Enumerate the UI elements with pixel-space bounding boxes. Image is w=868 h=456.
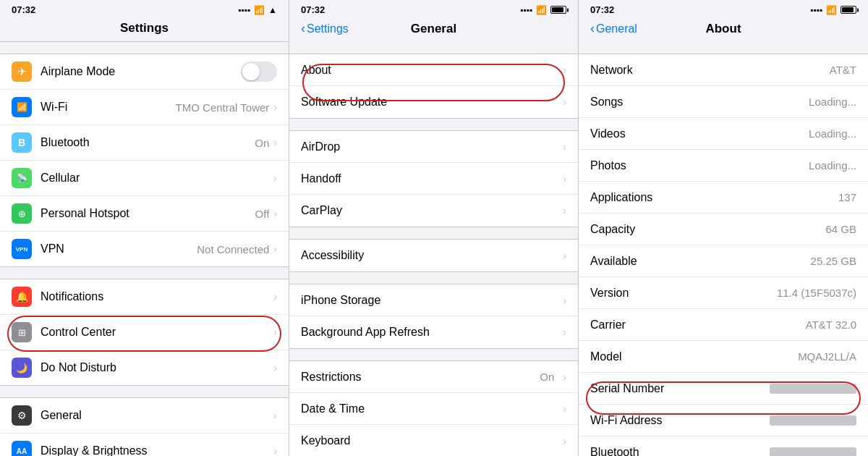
vpn-row[interactable]: VPN VPN Not Connected ›: [0, 232, 289, 266]
carrier-row: Carrier AT&T 32.0: [579, 309, 868, 341]
restrictions-chevron: ›: [563, 371, 566, 383]
general-icon: ⚙: [12, 405, 32, 426]
airdrop-label: AirDrop: [301, 140, 340, 153]
songs-value: Loading...: [809, 96, 856, 108]
general-section-2: AirDrop › Handoff › CarPlay ›: [289, 130, 578, 227]
panel-general: 07:32 ▪▪▪▪ 📶 ‹ Settings General About › …: [289, 0, 579, 456]
back-to-settings[interactable]: ‹ Settings: [301, 21, 349, 36]
settings-list: ✈ Airplane Mode 📶 Wi-Fi TMO Central Towe…: [0, 42, 289, 456]
general-list: About › Software Update › AirDrop › Hand…: [289, 42, 578, 456]
bluetooth-row: Bluetooth: [579, 436, 868, 456]
display-brightness-row[interactable]: AA Display & Brightness ›: [0, 434, 289, 456]
carplay-item[interactable]: CarPlay ›: [289, 195, 578, 227]
about-label: About: [301, 64, 331, 77]
accessibility-item[interactable]: Accessibility ›: [289, 240, 578, 271]
restrictions-label: Restrictions: [301, 371, 362, 384]
settings-group-2: 🔔 Notifications › ⊞ Control Center › 🌙 D…: [0, 279, 289, 386]
bluetooth-row[interactable]: B Bluetooth On ›: [0, 125, 289, 161]
available-value: 25.25 GB: [811, 255, 856, 267]
settings-title: Settings: [0, 18, 289, 42]
airplane-toggle[interactable]: [241, 62, 277, 82]
about-item[interactable]: About ›: [289, 54, 578, 86]
background-refresh-chevron: ›: [563, 326, 566, 338]
bluetooth-icon: B: [12, 132, 32, 153]
iphone-storage-item[interactable]: iPhone Storage ›: [289, 284, 578, 316]
carrier-value: AT&T 32.0: [806, 318, 856, 331]
software-update-chevron: ›: [563, 96, 566, 108]
airdrop-item[interactable]: AirDrop ›: [289, 131, 578, 163]
wifi-icon-3: 📶: [826, 5, 837, 15]
back-general-label: General: [596, 22, 637, 35]
restrictions-value: On: [540, 371, 554, 383]
videos-row: Videos Loading...: [579, 118, 868, 150]
handoff-item[interactable]: Handoff ›: [289, 163, 578, 195]
airdrop-chevron: ›: [563, 141, 566, 153]
background-refresh-item[interactable]: Background App Refresh ›: [289, 316, 578, 348]
time-3: 07:32: [590, 4, 614, 15]
back-to-general[interactable]: ‹ General: [590, 21, 637, 36]
general-section-4: iPhone Storage › Background App Refresh …: [289, 284, 578, 349]
back-label: Settings: [307, 22, 349, 35]
accessibility-chevron: ›: [563, 250, 566, 261]
carplay-label: CarPlay: [301, 204, 342, 217]
signal-icon-2: ▪▪▪▪: [520, 5, 532, 15]
network-value: AT&T: [830, 64, 856, 76]
airplane-label: Airplane Mode: [41, 65, 241, 78]
back-chevron-icon-2: ‹: [590, 21, 595, 36]
keyboard-item[interactable]: Keyboard ›: [289, 425, 578, 456]
battery-icon-3: [841, 6, 856, 14]
capacity-label: Capacity: [590, 223, 635, 236]
signal-icon-3: ▪▪▪▪: [810, 5, 822, 15]
settings-group-1: ✈ Airplane Mode 📶 Wi-Fi TMO Central Towe…: [0, 54, 289, 267]
hotspot-label: Personal Hotspot: [41, 207, 255, 220]
bluetooth-label: Bluetooth: [41, 136, 255, 149]
donotdisturb-row[interactable]: 🌙 Do Not Disturb ›: [0, 350, 289, 385]
datetime-item[interactable]: Date & Time ›: [289, 393, 578, 425]
version-label: Version: [590, 287, 629, 300]
panel-settings: 07:32 ▪▪▪▪ 📶 ▲ Settings ✈ Airplane Mode …: [0, 0, 289, 456]
wifi-icon-2: 📶: [536, 5, 547, 15]
available-label: Available: [590, 255, 637, 268]
about-title: About: [705, 22, 741, 36]
software-update-item[interactable]: Software Update ›: [289, 86, 578, 118]
cellular-row[interactable]: 📡 Cellular ›: [0, 161, 289, 196]
vpn-chevron: ›: [273, 243, 277, 255]
photos-row: Photos Loading...: [579, 150, 868, 182]
signal-bars-icon: ▪▪▪▪: [238, 5, 250, 15]
time-2: 07:32: [301, 4, 325, 15]
status-bar-3: 07:32 ▪▪▪▪ 📶: [579, 0, 868, 18]
software-update-label: Software Update: [301, 96, 387, 109]
donotdisturb-icon: 🌙: [12, 358, 32, 378]
status-bar-2: 07:32 ▪▪▪▪ 📶: [289, 0, 578, 18]
about-section: Network AT&T Songs Loading... Videos Loa…: [579, 54, 868, 456]
status-icons-2: ▪▪▪▪ 📶: [520, 5, 566, 15]
restrictions-item[interactable]: Restrictions On ›: [289, 361, 578, 393]
wifi-icon: 📶: [254, 5, 265, 15]
arrow-icon: ▲: [268, 5, 277, 15]
notifications-label: Notifications: [41, 290, 273, 303]
songs-label: Songs: [590, 96, 623, 109]
songs-row: Songs Loading...: [579, 86, 868, 118]
airplane-mode-row[interactable]: ✈ Airplane Mode: [0, 54, 289, 90]
bluetooth-redacted: [770, 447, 856, 457]
general-section-5: Restrictions On › Date & Time › Keyboard…: [289, 360, 578, 456]
model-label: Model: [590, 350, 622, 363]
control-center-row[interactable]: ⊞ Control Center ›: [0, 315, 289, 350]
bluetooth-chevron: ›: [273, 137, 277, 148]
notifications-chevron: ›: [273, 291, 277, 303]
serial-label: Serial Number: [590, 382, 664, 395]
capacity-value: 64 GB: [825, 223, 856, 235]
status-icons-1: ▪▪▪▪ 📶 ▲: [238, 5, 277, 15]
general-row[interactable]: ⚙ General ›: [0, 398, 289, 434]
about-chevron: ›: [563, 64, 566, 76]
hotspot-row[interactable]: ⊕ Personal Hotspot Off ›: [0, 196, 289, 232]
iphone-storage-chevron: ›: [563, 295, 566, 306]
applications-value: 137: [838, 191, 856, 203]
hotspot-chevron: ›: [273, 208, 277, 219]
notifications-row[interactable]: 🔔 Notifications ›: [0, 279, 289, 315]
wifi-row[interactable]: 📶 Wi-Fi TMO Central Tower ›: [0, 90, 289, 125]
cellular-label: Cellular: [41, 172, 273, 185]
status-icons-3: ▪▪▪▪ 📶: [810, 5, 856, 15]
photos-value: Loading...: [809, 159, 856, 172]
hotspot-icon: ⊕: [12, 203, 32, 224]
